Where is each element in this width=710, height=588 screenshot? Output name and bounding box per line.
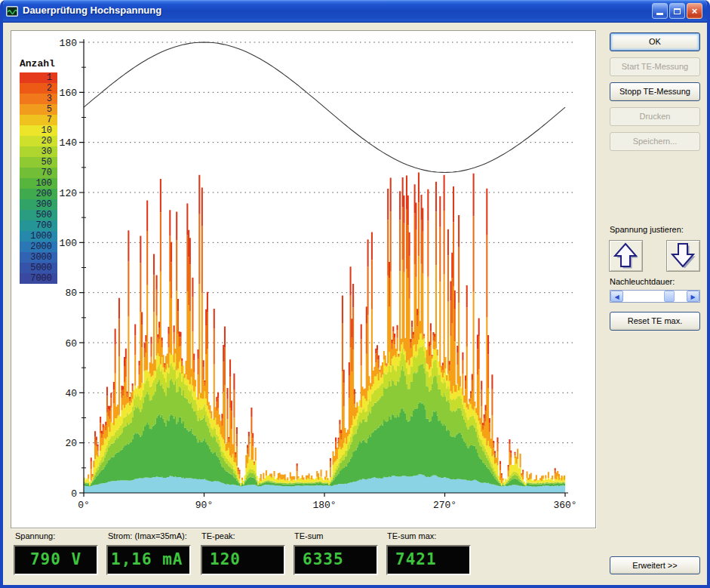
te-sum-max-label: TE-sum max: [387, 531, 436, 540]
legend-rows: 1235710203050701002003005007001000200030… [20, 72, 57, 284]
te-peak-label: TE-peak: [201, 531, 235, 540]
legend-row: 30 [20, 146, 57, 157]
svg-text:0: 0 [71, 488, 77, 500]
maximize-icon [674, 8, 681, 14]
legend-row: 10 [20, 125, 57, 136]
minimize-icon [656, 13, 663, 15]
window-title: Dauerprüfung Hochspannung [23, 5, 161, 16]
nachleuchtdauer-label: Nachleuchtdauer: [610, 277, 675, 286]
chart-panel: 0204060801001201401601800°90°180°270°360… [11, 30, 596, 528]
legend-row: 3000 [20, 252, 57, 263]
legend-row: 50 [20, 157, 57, 168]
drucken-button: Drucken [610, 107, 700, 126]
svg-text:180: 180 [60, 38, 77, 49]
te-peak-display: 120 [201, 545, 285, 575]
legend-row: 200 [20, 189, 57, 199]
svg-text:270°: 270° [433, 500, 456, 511]
reset-te-max-button[interactable]: Reset TE max. [610, 312, 700, 331]
legend-row: 70 [20, 168, 57, 178]
scrollbar-thumb[interactable] [664, 291, 675, 302]
voltage-up-button[interactable] [609, 240, 643, 272]
erweitert-button[interactable]: Erweitert >> [610, 556, 700, 574]
color-scale-legend: Anzahl 123571020305070100200300500700100… [20, 58, 68, 284]
legend-row: 1000 [20, 231, 57, 242]
legend-row: 1 [20, 72, 57, 83]
speichern-button: Speichern... [610, 132, 700, 151]
scroll-right-icon: ▶ [690, 294, 695, 300]
legend-row: 20 [20, 136, 57, 146]
close-icon: × [692, 5, 698, 17]
app-window: Dauerprüfung Hochspannung × 020406080100… [0, 0, 710, 588]
spannung-justieren-label: Spannung justieren: [610, 225, 684, 234]
legend-row: 300 [20, 199, 57, 210]
voltage-down-button[interactable] [666, 240, 700, 272]
title-bar: Dauerprüfung Hochspannung × [0, 0, 710, 23]
scroll-left-icon: ◀ [614, 294, 619, 300]
legend-row: 5 [20, 104, 57, 115]
start-te-messung-button: Start TE-Messung [610, 57, 700, 76]
ok-button[interactable]: OK [610, 32, 700, 51]
legend-row: 700 [20, 220, 57, 231]
strom-value: 1,16 mA [108, 550, 189, 568]
legend-row: 7 [20, 115, 57, 125]
legend-row: 2 [20, 83, 57, 94]
strom-label: Strom: (Imax=35mA): [108, 531, 187, 540]
te-sum-display: 6335 [294, 545, 378, 575]
afterglow-scrollbar[interactable]: ◀ ▶ [610, 290, 700, 303]
svg-text:90°: 90° [195, 500, 213, 511]
spannung-display: 790 V [14, 545, 98, 575]
legend-row: 5000 [20, 263, 57, 273]
svg-text:80: 80 [65, 288, 77, 299]
svg-text:60: 60 [65, 338, 77, 349]
svg-text:360°: 360° [553, 500, 576, 511]
arrow-down-icon [667, 241, 699, 271]
scrollbar-right-button[interactable]: ▶ [687, 291, 699, 302]
arrow-up-icon [610, 241, 642, 271]
maximize-button[interactable] [669, 3, 685, 19]
legend-row: 500 [20, 210, 57, 220]
te-sum-label: TE-sum [294, 531, 324, 540]
te-sum-value: 6335 [295, 550, 377, 568]
close-button[interactable]: × [687, 3, 702, 19]
strom-display: 1,16 mA [106, 545, 191, 575]
scrollbar-left-button[interactable]: ◀ [610, 291, 623, 302]
client-area: 0204060801001201401601800°90°180°270°360… [3, 23, 707, 585]
te-sum-max-value: 7421 [388, 550, 469, 568]
legend-title: Anzahl [20, 58, 68, 69]
legend-row: 3 [20, 94, 57, 104]
legend-row: 7000 [20, 273, 57, 284]
te-peak-value: 120 [202, 550, 284, 568]
stopp-te-messung-button[interactable]: Stopp TE-Messung [610, 82, 700, 101]
legend-row: 2000 [20, 242, 57, 252]
minimize-button[interactable] [652, 3, 668, 19]
phase-resolved-pd-chart: 0204060801001201401601800°90°180°270°360… [11, 31, 597, 529]
svg-text:180°: 180° [312, 500, 336, 511]
svg-text:20: 20 [65, 438, 77, 449]
svg-text:0°: 0° [78, 500, 90, 511]
svg-text:40: 40 [65, 388, 77, 399]
te-sum-max-display: 7421 [386, 545, 471, 575]
legend-row: 100 [20, 178, 57, 189]
spannung-label: Spannung: [15, 531, 55, 540]
spannung-value: 790 V [15, 550, 97, 568]
app-icon [6, 5, 18, 17]
